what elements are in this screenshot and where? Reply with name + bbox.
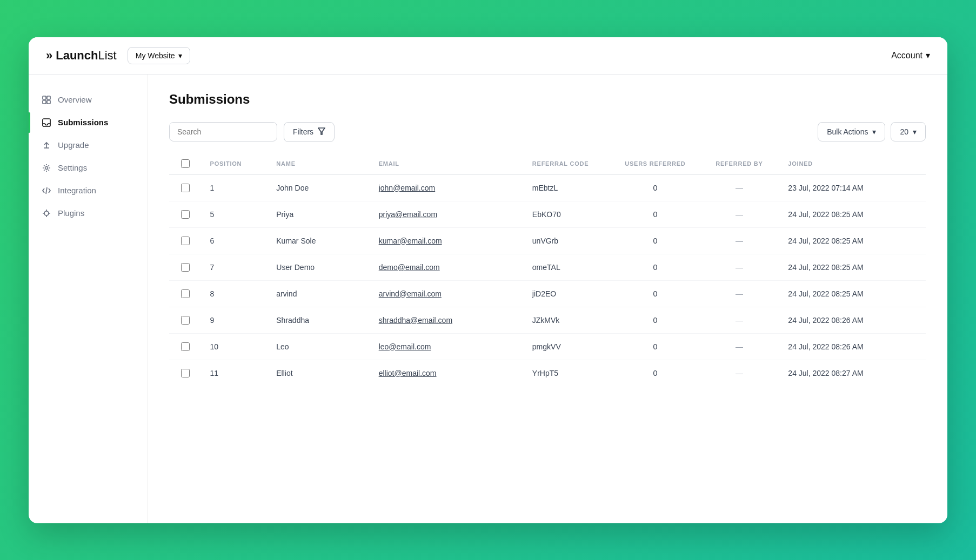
- td-referred-by-7: —: [699, 360, 780, 386]
- td-position-0: 1: [202, 174, 268, 201]
- search-input[interactable]: [169, 122, 277, 141]
- filter-icon: [318, 127, 325, 137]
- sidebar-item-plugins[interactable]: Plugins: [29, 203, 147, 224]
- submissions-table: POSITION NAME EMAIL REFERRAL CODE USERS …: [169, 153, 926, 386]
- td-users-referred-3: 0: [611, 254, 699, 280]
- td-checkbox-0: [169, 174, 202, 201]
- row-checkbox-2[interactable]: [181, 237, 190, 245]
- td-users-referred-0: 0: [611, 174, 699, 201]
- td-position-6: 10: [202, 333, 268, 360]
- account-button[interactable]: Account ▾: [891, 50, 930, 60]
- td-email-1[interactable]: priya@email.com: [370, 201, 524, 227]
- sidebar-upgrade-label: Upgrade: [58, 140, 89, 150]
- upgrade-icon: [42, 140, 51, 150]
- row-checkbox-6[interactable]: [181, 342, 190, 351]
- td-email-5[interactable]: shraddha@email.com: [370, 307, 524, 333]
- td-position-1: 5: [202, 201, 268, 227]
- td-referral-1: EbKO70: [524, 201, 611, 227]
- website-selector[interactable]: My Website ▾: [128, 47, 190, 64]
- th-position: POSITION: [202, 153, 268, 175]
- row-checkbox-1[interactable]: [181, 210, 190, 219]
- svg-line-6: [46, 187, 47, 194]
- td-name-6: Leo: [268, 333, 370, 360]
- sidebar-item-upgrade[interactable]: Upgrade: [29, 135, 147, 156]
- settings-icon: [42, 163, 51, 173]
- bulk-actions-label: Bulk Actions: [827, 127, 868, 136]
- td-checkbox-5: [169, 307, 202, 333]
- sidebar-item-submissions[interactable]: Submissions: [29, 112, 147, 133]
- logo[interactable]: » LaunchList: [46, 49, 117, 63]
- td-email-6[interactable]: leo@email.com: [370, 333, 524, 360]
- table-header-row: POSITION NAME EMAIL REFERRAL CODE USERS …: [169, 153, 926, 175]
- td-email-0[interactable]: john@email.com: [370, 174, 524, 201]
- grid-icon: [42, 95, 51, 105]
- td-joined-3: 24 Jul, 2022 08:25 AM: [779, 254, 926, 280]
- td-users-referred-7: 0: [611, 360, 699, 386]
- sidebar-settings-label: Settings: [58, 163, 87, 172]
- td-joined-5: 24 Jul, 2022 08:26 AM: [779, 307, 926, 333]
- td-referred-by-0: —: [699, 174, 780, 201]
- per-page-label: 20: [900, 127, 908, 136]
- td-email-7[interactable]: elliot@email.com: [370, 360, 524, 386]
- filters-button[interactable]: Filters: [284, 122, 335, 142]
- account-label: Account: [891, 51, 922, 60]
- chevron-down-icon: ▾: [872, 127, 876, 136]
- sidebar-integration-label: Integration: [58, 186, 96, 195]
- td-checkbox-2: [169, 227, 202, 254]
- td-name-2: Kumar Sole: [268, 227, 370, 254]
- td-position-2: 6: [202, 227, 268, 254]
- td-checkbox-3: [169, 254, 202, 280]
- sidebar-submissions-label: Submissions: [58, 118, 108, 127]
- td-email-4[interactable]: arvind@email.com: [370, 280, 524, 307]
- td-name-5: Shraddha: [268, 307, 370, 333]
- td-email-3[interactable]: demo@email.com: [370, 254, 524, 280]
- td-referred-by-4: —: [699, 280, 780, 307]
- sidebar-item-integration[interactable]: Integration: [29, 180, 147, 201]
- td-referral-7: YrHpT5: [524, 360, 611, 386]
- chevron-down-icon: ▾: [926, 50, 930, 60]
- row-checkbox-4[interactable]: [181, 289, 190, 298]
- td-users-referred-2: 0: [611, 227, 699, 254]
- svg-rect-1: [47, 96, 50, 99]
- td-users-referred-6: 0: [611, 333, 699, 360]
- td-position-4: 8: [202, 280, 268, 307]
- header-left: » LaunchList My Website ▾: [46, 47, 190, 64]
- td-joined-0: 23 Jul, 2022 07:14 AM: [779, 174, 926, 201]
- row-checkbox-5[interactable]: [181, 316, 190, 325]
- chevron-down-icon: ▾: [178, 51, 182, 60]
- inbox-icon: [42, 118, 51, 127]
- svg-rect-3: [47, 100, 50, 104]
- per-page-button[interactable]: 20 ▾: [891, 122, 926, 141]
- th-referred-by: REFERRED BY: [699, 153, 780, 175]
- svg-marker-8: [318, 128, 325, 134]
- td-joined-4: 24 Jul, 2022 08:25 AM: [779, 280, 926, 307]
- row-checkbox-0[interactable]: [181, 184, 190, 192]
- td-referred-by-1: —: [699, 201, 780, 227]
- sidebar-item-settings[interactable]: Settings: [29, 158, 147, 178]
- row-checkbox-3[interactable]: [181, 263, 190, 272]
- sidebar-plugins-label: Plugins: [58, 208, 84, 218]
- table-row: 7 User Demo demo@email.com omeTAL 0 — 24…: [169, 254, 926, 280]
- td-referral-4: jiD2EO: [524, 280, 611, 307]
- sidebar: Overview Submissions: [29, 75, 148, 523]
- logo-chevrons-icon: »: [46, 49, 52, 63]
- table-row: 9 Shraddha shraddha@email.com JZkMVk 0 —…: [169, 307, 926, 333]
- select-all-checkbox[interactable]: [181, 159, 190, 168]
- body: Overview Submissions: [29, 75, 947, 523]
- th-checkbox: [169, 153, 202, 175]
- sidebar-item-overview[interactable]: Overview: [29, 90, 147, 110]
- main-content: Submissions Filters Bulk Actions: [148, 75, 947, 523]
- td-checkbox-1: [169, 201, 202, 227]
- svg-point-7: [44, 211, 49, 215]
- row-checkbox-7[interactable]: [181, 369, 190, 377]
- table-wrap: POSITION NAME EMAIL REFERRAL CODE USERS …: [169, 153, 926, 386]
- td-checkbox-6: [169, 333, 202, 360]
- td-position-5: 9: [202, 307, 268, 333]
- td-name-1: Priya: [268, 201, 370, 227]
- table-row: 6 Kumar Sole kumar@email.com unVGrb 0 — …: [169, 227, 926, 254]
- page-title: Submissions: [169, 92, 926, 107]
- bulk-actions-button[interactable]: Bulk Actions ▾: [818, 122, 885, 141]
- website-selector-label: My Website: [136, 51, 175, 60]
- td-email-2[interactable]: kumar@email.com: [370, 227, 524, 254]
- toolbar: Filters Bulk Actions ▾ 20 ▾: [169, 122, 926, 142]
